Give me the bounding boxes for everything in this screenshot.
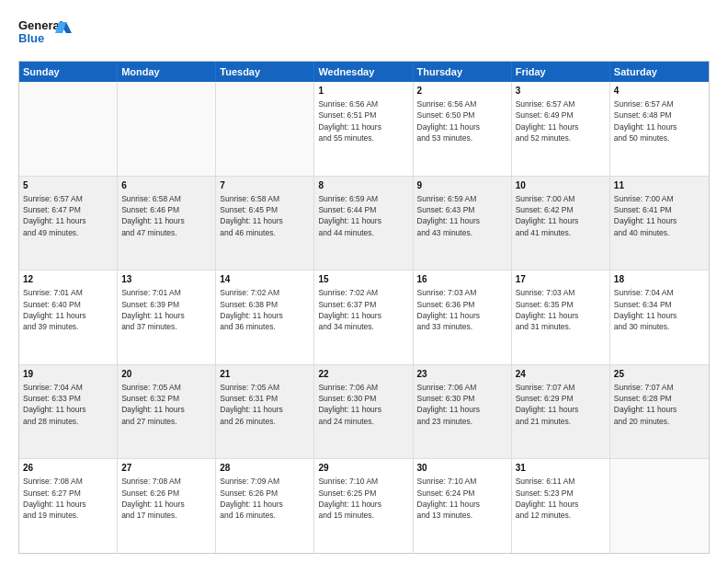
day-header-monday: Monday [118,62,216,82]
day-number: 21 [220,368,310,381]
calendar-cell: 2Sunrise: 6:56 AM Sunset: 6:50 PM Daylig… [414,82,512,176]
calendar-cell: 8Sunrise: 6:59 AM Sunset: 6:44 PM Daylig… [314,177,413,270]
day-number: 1 [318,85,408,98]
day-number: 30 [417,462,507,475]
calendar-cell: 29Sunrise: 7:10 AM Sunset: 6:25 PM Dayli… [314,459,413,553]
day-info: Sunrise: 7:08 AM Sunset: 6:26 PM Dayligh… [121,476,211,521]
day-info: Sunrise: 7:09 AM Sunset: 6:26 PM Dayligh… [220,476,310,521]
day-number: 15 [318,273,408,286]
day-number: 3 [516,85,606,98]
day-header-wednesday: Wednesday [314,62,413,82]
day-header-tuesday: Tuesday [216,62,314,82]
calendar-cell: 22Sunrise: 7:06 AM Sunset: 6:30 PM Dayli… [314,365,413,459]
calendar-cell: 28Sunrise: 7:09 AM Sunset: 6:26 PM Dayli… [216,459,314,553]
day-info: Sunrise: 7:10 AM Sunset: 6:25 PM Dayligh… [318,476,408,521]
calendar-cell: 12Sunrise: 7:01 AM Sunset: 6:40 PM Dayli… [19,270,118,364]
day-number: 11 [614,179,705,192]
calendar-cell [19,82,118,176]
day-info: Sunrise: 6:58 AM Sunset: 6:46 PM Dayligh… [121,193,211,238]
day-info: Sunrise: 7:06 AM Sunset: 6:30 PM Dayligh… [417,382,507,427]
day-info: Sunrise: 7:03 AM Sunset: 6:36 PM Dayligh… [417,287,507,332]
day-info: Sunrise: 6:58 AM Sunset: 6:45 PM Dayligh… [220,193,310,238]
day-info: Sunrise: 7:07 AM Sunset: 6:28 PM Dayligh… [614,382,705,427]
logo-text: General Blue [18,15,74,52]
calendar-cell: 25Sunrise: 7:07 AM Sunset: 6:28 PM Dayli… [610,365,709,459]
calendar-cell [610,459,709,553]
day-info: Sunrise: 6:57 AM Sunset: 6:49 PM Dayligh… [516,98,606,144]
day-number: 12 [23,273,113,286]
calendar-week-5: 26Sunrise: 7:08 AM Sunset: 6:27 PM Dayli… [19,459,709,553]
calendar-cell: 11Sunrise: 7:00 AM Sunset: 6:41 PM Dayli… [610,177,709,270]
day-number: 16 [417,273,507,286]
day-number: 8 [318,179,408,192]
day-number: 7 [220,179,310,192]
calendar-cell: 5Sunrise: 6:57 AM Sunset: 6:47 PM Daylig… [19,177,118,270]
calendar-cell: 4Sunrise: 6:57 AM Sunset: 6:48 PM Daylig… [610,82,709,176]
calendar-cell: 1Sunrise: 6:56 AM Sunset: 6:51 PM Daylig… [314,82,413,176]
calendar-cell [118,82,216,176]
day-info: Sunrise: 7:08 AM Sunset: 6:27 PM Dayligh… [23,476,113,521]
day-info: Sunrise: 6:11 AM Sunset: 5:23 PM Dayligh… [516,476,606,521]
day-info: Sunrise: 7:04 AM Sunset: 6:33 PM Dayligh… [23,382,113,427]
calendar-cell: 20Sunrise: 7:05 AM Sunset: 6:32 PM Dayli… [118,365,216,459]
day-info: Sunrise: 7:03 AM Sunset: 6:35 PM Dayligh… [516,287,606,332]
calendar-week-2: 5Sunrise: 6:57 AM Sunset: 6:47 PM Daylig… [19,177,709,271]
day-info: Sunrise: 7:01 AM Sunset: 6:39 PM Dayligh… [121,287,211,332]
day-info: Sunrise: 7:10 AM Sunset: 6:24 PM Dayligh… [417,476,507,521]
calendar-body: 1Sunrise: 6:56 AM Sunset: 6:51 PM Daylig… [19,82,709,553]
day-number: 29 [318,462,408,475]
calendar-cell: 19Sunrise: 7:04 AM Sunset: 6:33 PM Dayli… [19,365,118,459]
calendar-cell: 27Sunrise: 7:08 AM Sunset: 6:26 PM Dayli… [118,459,216,553]
day-number: 5 [23,179,113,192]
logo: General Blue [18,15,74,52]
day-info: Sunrise: 7:00 AM Sunset: 6:42 PM Dayligh… [516,193,606,238]
calendar-container: SundayMondayTuesdayWednesdayThursdayFrid… [18,61,710,554]
day-number: 13 [121,273,211,286]
day-header-friday: Friday [512,62,610,82]
day-number: 18 [614,273,705,286]
day-info: Sunrise: 7:05 AM Sunset: 6:32 PM Dayligh… [121,382,211,427]
calendar-header: SundayMondayTuesdayWednesdayThursdayFrid… [19,62,709,82]
day-number: 9 [417,179,507,192]
calendar-cell: 18Sunrise: 7:04 AM Sunset: 6:34 PM Dayli… [610,270,709,364]
day-info: Sunrise: 6:56 AM Sunset: 6:51 PM Dayligh… [318,98,408,144]
header: General Blue [18,15,710,52]
day-info: Sunrise: 6:59 AM Sunset: 6:43 PM Dayligh… [417,193,507,238]
day-info: Sunrise: 6:57 AM Sunset: 6:48 PM Dayligh… [614,98,705,144]
day-info: Sunrise: 6:59 AM Sunset: 6:44 PM Dayligh… [318,193,408,238]
day-number: 2 [417,85,507,98]
day-number: 25 [614,368,705,381]
calendar-cell: 13Sunrise: 7:01 AM Sunset: 6:39 PM Dayli… [118,270,216,364]
day-number: 31 [516,462,606,475]
day-number: 27 [121,462,211,475]
day-header-saturday: Saturday [610,62,709,82]
day-info: Sunrise: 7:07 AM Sunset: 6:29 PM Dayligh… [516,382,606,427]
calendar-cell: 10Sunrise: 7:00 AM Sunset: 6:42 PM Dayli… [512,177,610,270]
calendar-cell: 3Sunrise: 6:57 AM Sunset: 6:49 PM Daylig… [512,82,610,176]
day-info: Sunrise: 6:57 AM Sunset: 6:47 PM Dayligh… [23,193,113,238]
day-number: 26 [23,462,113,475]
day-number: 24 [516,368,606,381]
day-number: 22 [318,368,408,381]
day-number: 28 [220,462,310,475]
calendar-cell: 16Sunrise: 7:03 AM Sunset: 6:36 PM Dayli… [414,270,512,364]
calendar-cell: 31Sunrise: 6:11 AM Sunset: 5:23 PM Dayli… [512,459,610,553]
day-number: 4 [614,85,705,98]
calendar-cell: 24Sunrise: 7:07 AM Sunset: 6:29 PM Dayli… [512,365,610,459]
day-info: Sunrise: 7:01 AM Sunset: 6:40 PM Dayligh… [23,287,113,332]
calendar-cell: 26Sunrise: 7:08 AM Sunset: 6:27 PM Dayli… [19,459,118,553]
day-info: Sunrise: 7:05 AM Sunset: 6:31 PM Dayligh… [220,382,310,427]
svg-text:Blue: Blue [18,31,44,45]
calendar-cell: 23Sunrise: 7:06 AM Sunset: 6:30 PM Dayli… [414,365,512,459]
calendar-cell: 7Sunrise: 6:58 AM Sunset: 6:45 PM Daylig… [216,177,314,270]
day-info: Sunrise: 7:06 AM Sunset: 6:30 PM Dayligh… [318,382,408,427]
calendar-cell: 6Sunrise: 6:58 AM Sunset: 6:46 PM Daylig… [118,177,216,270]
calendar-cell [216,82,314,176]
day-number: 23 [417,368,507,381]
day-number: 6 [121,179,211,192]
calendar-week-1: 1Sunrise: 6:56 AM Sunset: 6:51 PM Daylig… [19,82,709,177]
calendar-cell: 9Sunrise: 6:59 AM Sunset: 6:43 PM Daylig… [414,177,512,270]
calendar-cell: 17Sunrise: 7:03 AM Sunset: 6:35 PM Dayli… [512,270,610,364]
day-header-sunday: Sunday [19,62,118,82]
calendar-cell: 14Sunrise: 7:02 AM Sunset: 6:38 PM Dayli… [216,270,314,364]
